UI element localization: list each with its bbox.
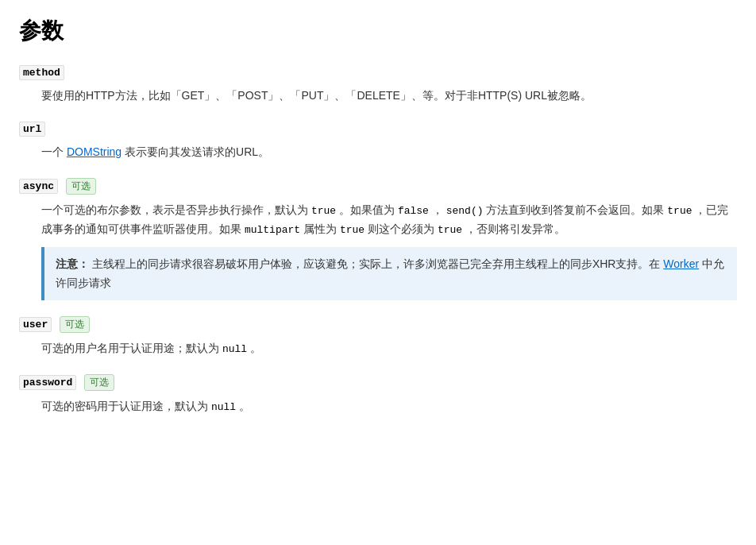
param-description-async: 一个可选的布尔参数，表示是否异步执行操作，默认为 true 。如果值为 fals… <box>41 201 737 301</box>
param-header-password: password 可选 <box>19 374 737 391</box>
param-section-method: method 要使用的HTTP方法，比如「GET」、「POST」、「PUT」、「… <box>19 65 737 106</box>
param-name-user: user <box>19 317 52 332</box>
param-section-url: url 一个 DOMString 表示要向其发送请求的URL。 <box>19 122 737 162</box>
param-description-url: 一个 DOMString 表示要向其发送请求的URL。 <box>41 143 737 162</box>
param-description-password: 可选的密码用于认证用途，默认为 null 。 <box>41 397 737 416</box>
param-name-password: password <box>19 375 76 390</box>
param-desc-text-url: 一个 DOMString 表示要向其发送请求的URL。 <box>41 143 737 162</box>
async-note-box: 注意： 主线程上的同步请求很容易破坏用户体验，应该避免；实际上，许多浏览器已完全… <box>41 247 737 301</box>
param-section-async: async 可选 一个可选的布尔参数，表示是否异步执行操作，默认为 true 。… <box>19 178 737 301</box>
worker-link[interactable]: Worker <box>663 257 699 270</box>
param-name-url: url <box>19 122 45 137</box>
param-description-user: 可选的用户名用于认证用途；默认为 null 。 <box>41 339 737 358</box>
param-description-method: 要使用的HTTP方法，比如「GET」、「POST」、「PUT」、「DELETE」… <box>41 87 737 106</box>
param-desc-text-async: 一个可选的布尔参数，表示是否异步执行操作，默认为 true 。如果值为 fals… <box>41 201 737 239</box>
param-optional-badge-async: 可选 <box>66 178 96 195</box>
note-content: 主线程上的同步请求很容易破坏用户体验，应该避免；实际上，许多浏览器已完全弃用主线… <box>56 257 724 289</box>
param-section-password: password 可选 可选的密码用于认证用途，默认为 null 。 <box>19 374 737 416</box>
param-header-user: user 可选 <box>19 316 737 333</box>
param-section-user: user 可选 可选的用户名用于认证用途；默认为 null 。 <box>19 316 737 358</box>
param-name-async: async <box>19 179 58 194</box>
page-title: 参数 <box>19 16 737 46</box>
domstring-link[interactable]: DOMString <box>67 145 122 158</box>
param-optional-badge-password: 可选 <box>84 374 114 391</box>
param-optional-badge-user: 可选 <box>60 316 90 333</box>
param-header-url: url <box>19 122 737 137</box>
param-desc-text-method: 要使用的HTTP方法，比如「GET」、「POST」、「PUT」、「DELETE」… <box>41 87 737 106</box>
param-desc-text-user: 可选的用户名用于认证用途；默认为 null 。 <box>41 339 737 358</box>
param-header-async: async 可选 <box>19 178 737 195</box>
param-header-method: method <box>19 65 737 80</box>
param-desc-text-password: 可选的密码用于认证用途，默认为 null 。 <box>41 397 737 416</box>
note-prefix: 注意： <box>56 257 89 270</box>
param-name-method: method <box>19 65 64 80</box>
